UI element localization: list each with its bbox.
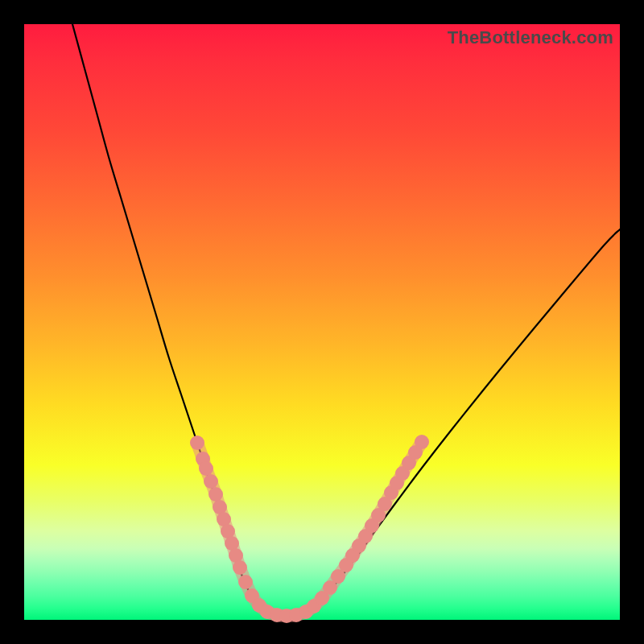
plot-area: TheBottleneck.com bbox=[24, 24, 620, 620]
highlight-dot bbox=[415, 435, 429, 449]
highlight-dot bbox=[238, 575, 253, 589]
bottleneck-curve bbox=[72, 24, 620, 617]
chart-frame: TheBottleneck.com bbox=[0, 0, 644, 644]
highlight-dot bbox=[233, 560, 247, 575]
v-curve bbox=[72, 24, 620, 617]
curve-layer bbox=[24, 24, 620, 620]
highlight-dot bbox=[199, 461, 213, 476]
highlight-dot bbox=[204, 474, 218, 489]
highlight-dot bbox=[190, 436, 204, 450]
highlight-dots bbox=[190, 435, 429, 623]
highlight-dot bbox=[208, 487, 223, 502]
